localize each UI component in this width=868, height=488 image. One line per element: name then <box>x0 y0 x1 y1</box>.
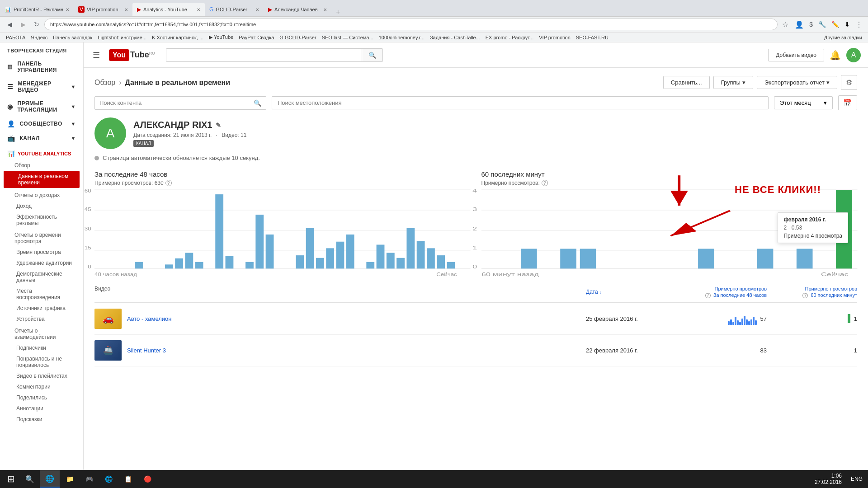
yt-header-right: Добавить видео 🔔 A <box>768 48 861 62</box>
header-60m-line1: Примерно просмотров <box>805 286 857 291</box>
chart-60m-info-icon[interactable]: ? <box>542 180 548 186</box>
calendar-btn[interactable]: 📅 <box>838 95 857 110</box>
refresh-btn[interactable]: ↻ <box>31 19 42 30</box>
taskbar-app-chrome[interactable]: 🌐 <box>40 470 60 488</box>
bookmark-work[interactable]: РАБОТА <box>4 34 28 41</box>
tab-vip[interactable]: V VIP promotion ✕ <box>74 3 132 16</box>
bookmark-gclid[interactable]: G GCLID-Parser <box>277 34 318 41</box>
yt-search-btn[interactable]: 🔍 <box>362 49 382 61</box>
sidebar-item-channel[interactable]: 📺 КАНАЛ ▼ <box>0 131 83 145</box>
sidebar-analytics-likes[interactable]: Понравилось и не понравилось <box>0 353 83 371</box>
bookmark-expromo[interactable]: EX promo - Раскрут... <box>483 34 536 41</box>
sidebar-analytics-sharing[interactable]: Поделились <box>0 392 83 403</box>
groups-btn[interactable]: Группы ▾ <box>713 76 753 89</box>
content-search-input[interactable] <box>95 97 249 109</box>
month-select[interactable]: Этот месяц ▾ <box>774 96 833 109</box>
chart-48h-info-icon[interactable]: ? <box>165 180 172 186</box>
extension-icon[interactable]: 🔧 <box>816 21 828 28</box>
sidebar-analytics-annotations[interactable]: Аннотации <box>0 403 83 414</box>
channel-videos: Видео: 11 <box>222 132 246 138</box>
header-48h-info-icon[interactable]: ? <box>705 293 711 298</box>
svg-rect-62 <box>560 249 576 269</box>
sidebar-analytics-cards[interactable]: Подсказки <box>0 414 83 425</box>
sidebar-analytics-playlists[interactable]: Видео в плейлистах <box>0 371 83 381</box>
taskbar-app-3[interactable]: 🌐 <box>99 470 118 488</box>
tab-chapaev-close[interactable]: ✕ <box>323 7 327 12</box>
user-avatar[interactable]: A <box>846 48 861 62</box>
table-header-date[interactable]: Дата ↓ <box>586 286 676 299</box>
taskbar-date-value: 27.02.2016 <box>815 479 842 485</box>
tab-analytics[interactable]: ▶ Analytics - YouTube ✕ <box>132 3 205 16</box>
location-search-input[interactable] <box>272 96 769 109</box>
bookmark-1000[interactable]: 1000onlinemoney.r... <box>377 34 427 41</box>
video-title-2[interactable]: Silent Hunter 3 <box>127 347 166 354</box>
bookmark-paypal[interactable]: PayPal: Сводка <box>236 34 276 41</box>
yt-logo[interactable]: You Tube RU <box>109 49 155 61</box>
yt-search-input[interactable] <box>166 49 362 61</box>
sidebar-analytics-interaction-reports[interactable]: Отчеты о взаимодействии <box>0 325 83 343</box>
taskbar-app-2[interactable]: 🎮 <box>80 470 99 488</box>
sidebar-analytics-ad-performance[interactable]: Эффективность рекламы <box>0 211 83 229</box>
sidebar-item-video-manager[interactable]: ☰ МЕНЕДЖЕР ВИДЕО ▼ <box>0 77 83 97</box>
sidebar-item-live[interactable]: ◉ ПРЯМЫЕ ТРАНСЛЯЦИИ ▼ <box>0 97 83 117</box>
bookmark-panel[interactable]: Панель закладок <box>51 34 94 41</box>
tab-gclid-close[interactable]: ✕ <box>255 7 259 12</box>
channel-name: АЛЕКСАНДР RIX1 ✎ <box>133 120 246 130</box>
user-icon[interactable]: 👤 <box>793 20 806 29</box>
tab-gclid[interactable]: G GCLID-Parser ✕ <box>205 3 264 16</box>
hamburger-menu[interactable]: ☰ <box>91 48 102 62</box>
bookmark-vip[interactable]: VIP promotion <box>537 34 573 41</box>
add-video-btn[interactable]: Добавить видео <box>768 49 824 61</box>
sidebar-analytics-realtime[interactable]: Данные в реальном времени <box>4 171 80 188</box>
sidebar-analytics-overview[interactable]: Обзор <box>0 160 83 171</box>
sidebar-analytics-watch-time-reports[interactable]: Отчеты о времени просмотра <box>0 230 83 247</box>
pen-icon[interactable]: ✏️ <box>830 21 841 28</box>
new-tab-btn[interactable]: + <box>331 8 344 16</box>
bookmark-youtube[interactable]: ▶ YouTube <box>207 34 236 41</box>
menu-icon[interactable]: ⋮ <box>854 20 864 29</box>
sidebar-analytics-revenue-reports[interactable]: Отчеты о доходах <box>0 190 83 201</box>
tab-profit[interactable]: 📊 ProfilCentR - Рекламное... ✕ <box>0 3 74 16</box>
settings-btn[interactable]: ⚙ <box>841 75 857 90</box>
export-btn[interactable]: Экспортировать отчет ▾ <box>757 76 837 89</box>
address-bar[interactable] <box>44 19 778 30</box>
tab-analytics-close[interactable]: ✕ <box>197 7 200 12</box>
back-btn[interactable]: ◀ <box>4 19 15 30</box>
sidebar-item-community[interactable]: 👤 СООБЩЕСТВО ▼ <box>0 117 83 131</box>
video-title-1[interactable]: Авто - хамелион <box>127 315 171 322</box>
taskbar-app-4[interactable]: 📋 <box>119 470 137 488</box>
sidebar-analytics-playback[interactable]: Места воспроизведения <box>0 286 83 303</box>
taskbar-lang: ENG <box>847 476 866 482</box>
sidebar-item-dashboard[interactable]: ⊞ ПАНЕЛЬ УПРАВЛЕНИЯ <box>0 57 83 77</box>
download-icon[interactable]: ⬇ <box>843 21 852 28</box>
bookmark-yandex[interactable]: Яндекс <box>28 34 50 41</box>
bookmark-seofastru[interactable]: SEO-FAST.RU <box>574 34 611 41</box>
sidebar-analytics-demographics[interactable]: Демографические данные <box>0 268 83 286</box>
bookmark-lightshot[interactable]: Lightshot: инструме... <box>95 34 149 41</box>
header-60m-info-icon[interactable]: ? <box>802 293 808 298</box>
bookmark-others[interactable]: Другие закладки <box>822 34 864 41</box>
bookmark-cash[interactable]: Задания - CashTalle... <box>428 34 482 41</box>
taskbar-app-5[interactable]: 🔴 <box>138 470 157 488</box>
sidebar-analytics-audience[interactable]: Удержание аудитории <box>0 258 83 268</box>
search-taskbar-btn[interactable]: 🔍 <box>21 470 39 488</box>
sidebar-analytics-revenue[interactable]: Доход <box>0 201 83 211</box>
breadcrumb-overview[interactable]: Обзор <box>94 79 115 87</box>
sidebar-analytics-watch-time[interactable]: Время просмотра <box>0 247 83 258</box>
tab-profit-close[interactable]: ✕ <box>66 7 69 12</box>
bookmark-seo[interactable]: SEO last — Система... <box>320 34 376 41</box>
tab-vip-close[interactable]: ✕ <box>124 7 128 12</box>
forward-btn[interactable]: ▶ <box>17 19 29 30</box>
sidebar-analytics-comments[interactable]: Комментарии <box>0 381 83 392</box>
start-btn[interactable]: ⊞ <box>2 470 20 488</box>
bookmark-hosting[interactable]: K Хостинг картинок, ... <box>150 34 206 41</box>
tab-chapaev[interactable]: ▶ Александр Чапаев ✕ <box>264 3 331 16</box>
sidebar-analytics-subscribers[interactable]: Подписчики <box>0 343 83 353</box>
compare-btn[interactable]: Сравнить... <box>663 76 710 89</box>
star-icon[interactable]: ☆ <box>779 20 791 29</box>
sidebar-analytics-traffic[interactable]: Источники трафика <box>0 303 83 314</box>
notification-icon[interactable]: 🔔 <box>830 50 841 61</box>
sidebar-analytics-devices[interactable]: Устройства <box>0 314 83 324</box>
edit-channel-icon[interactable]: ✎ <box>216 122 221 129</box>
taskbar-app-1[interactable]: 📁 <box>61 470 79 488</box>
